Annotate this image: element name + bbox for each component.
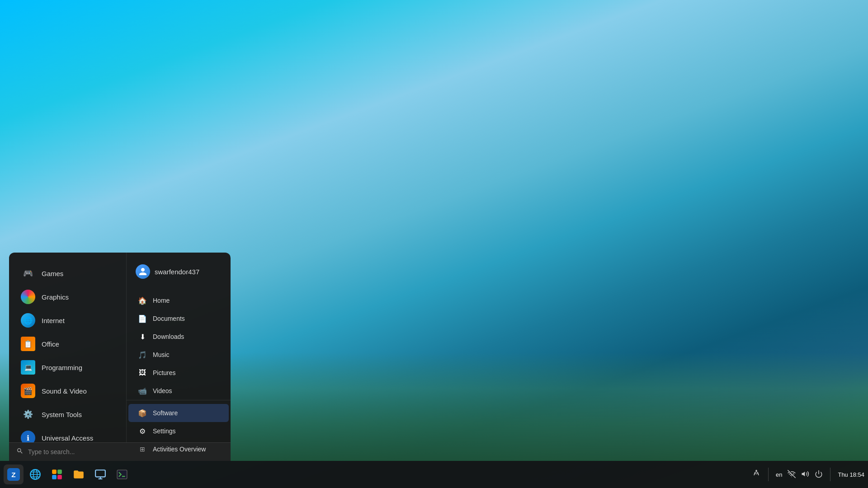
file-item-home[interactable]: 🏠 Home [128,291,229,310]
taskbar-right: en [752,468,864,481]
taskbar: Z [0,461,868,488]
desktop: 🎮 Games Graphics 🌐 Internet 📋 Office 💻 [0,0,868,488]
username: swarfendor437 [155,268,199,276]
graphics-icon [21,290,35,304]
pictures-label: Pictures [153,369,176,376]
downloads-icon: ⬇ [137,332,147,342]
menu-item-universal-access[interactable]: ℹ Universal Access [12,426,123,442]
sound-video-label: Sound & Video [42,387,87,395]
menu-item-office[interactable]: 📋 Office [12,332,123,356]
file-item-documents[interactable]: 📄 Documents [128,310,229,328]
network-icon[interactable] [788,470,796,479]
zorin-menu-button[interactable]: Z [4,465,24,484]
browser-icon [29,469,41,480]
menu-item-internet[interactable]: 🌐 Internet [12,309,123,332]
videos-icon: 📹 [137,386,147,396]
programming-label: Programming [42,364,82,371]
file-item-music[interactable]: 🎵 Music [128,346,229,364]
svg-rect-9 [52,475,57,479]
music-label: Music [153,351,170,358]
volume-icon[interactable] [801,470,809,479]
taskbar-separator-1 [768,468,769,481]
videos-label: Videos [153,387,172,394]
menu-item-graphics[interactable]: Graphics [12,285,123,309]
games-icon: 🎮 [21,266,35,281]
clock-time[interactable]: Thu 18:54 [838,471,864,478]
zorin-logo-icon: Z [7,468,20,481]
internet-icon: 🌐 [21,313,35,328]
menu-item-games[interactable]: 🎮 Games [12,262,123,285]
office-label: Office [42,340,59,348]
user-section[interactable]: swarfendor437 [127,260,231,286]
software-icon: 📦 [137,408,147,418]
menu-categories: 🎮 Games Graphics 🌐 Internet 📋 Office 💻 [9,253,127,442]
search-icon [16,447,24,456]
file-item-videos[interactable]: 📹 Videos [128,382,229,400]
universal-access-icon: ℹ [21,431,35,442]
taskbar-left: Z [4,465,752,484]
home-icon: 🏠 [137,296,147,305]
appstore-icon [51,469,63,480]
universal-access-label: Universal Access [42,434,93,442]
home-label: Home [153,297,170,304]
terminal-icon [116,469,128,480]
screenshot-icon [94,469,106,480]
settings-icon: ⚙ [137,426,147,436]
svg-rect-14 [117,470,127,479]
browser-button[interactable] [25,465,45,484]
menu-item-sound-video[interactable]: 🎬 Sound & Video [12,379,123,403]
software-label: Software [153,409,178,417]
action-settings[interactable]: ⚙ Settings [128,422,229,440]
file-item-downloads[interactable]: ⬇ Downloads [128,328,229,346]
file-item-pictures[interactable]: 🖼 Pictures [128,364,229,382]
appstore-button[interactable] [47,465,67,484]
files-icon [73,469,85,480]
system-tools-label: System Tools [42,411,82,418]
svg-point-16 [755,469,757,471]
office-icon: 📋 [21,337,35,351]
menu-item-programming[interactable]: 💻 Programming [12,356,123,379]
action-software[interactable]: 📦 Software [128,404,229,422]
downloads-label: Downloads [153,333,184,340]
svg-rect-11 [95,470,105,477]
pictures-icon: 🖼 [137,368,147,378]
documents-label: Documents [153,315,185,322]
settings-label: Settings [153,427,176,435]
accessibility-icon[interactable] [752,469,761,480]
power-icon[interactable] [815,470,823,479]
menu-right-panel: swarfendor437 🏠 Home 📄 Documents ⬇ Downl… [127,253,231,442]
internet-label: Internet [42,317,65,324]
files-button[interactable] [69,465,89,484]
taskbar-separator-2 [830,468,830,481]
graphics-label: Graphics [42,293,69,301]
documents-icon: 📄 [137,314,147,324]
menu-item-system-tools[interactable]: ⚙️ System Tools [12,403,123,426]
music-icon: 🎵 [137,350,147,360]
system-tools-icon: ⚙️ [21,407,35,422]
app-menu: 🎮 Games Graphics 🌐 Internet 📋 Office 💻 [9,253,231,461]
svg-rect-7 [52,469,57,474]
user-avatar [136,264,150,279]
games-label: Games [42,270,63,277]
svg-text:Z: Z [11,471,15,479]
screenshot-button[interactable] [90,465,110,484]
svg-rect-8 [57,469,62,474]
search-input[interactable] [28,448,223,455]
sound-video-icon: 🎬 [21,384,35,398]
programming-icon: 💻 [21,360,35,375]
terminal-button[interactable] [112,465,132,484]
svg-rect-10 [57,475,62,479]
language-indicator[interactable]: en [776,471,782,478]
